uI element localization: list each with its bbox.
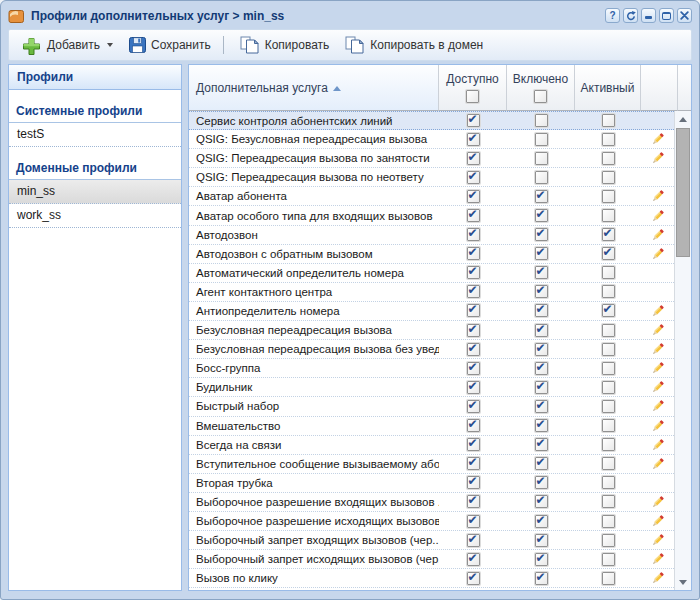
available-checkbox[interactable] [467,304,480,317]
edit-pencil-icon[interactable] [651,399,665,413]
select-all-available-checkbox[interactable] [466,90,479,103]
table-row[interactable]: Г... [189,588,674,590]
edit-pencil-icon[interactable] [651,323,665,337]
table-row[interactable]: Выборочный запрет входящих вызовов (чер.… [189,531,674,550]
enabled-checkbox[interactable] [535,534,548,547]
enabled-checkbox[interactable] [535,190,548,203]
table-row[interactable]: Будильник [189,378,674,397]
available-checkbox[interactable] [467,228,480,241]
edit-pencil-icon[interactable] [651,552,665,566]
enabled-checkbox[interactable] [535,171,548,184]
copy-to-domain-button[interactable]: Копировать в домен [337,32,491,58]
table-row[interactable]: Быстрый набор [189,397,674,416]
active-checkbox[interactable] [602,553,615,566]
available-checkbox[interactable] [467,495,480,508]
active-checkbox[interactable] [602,476,615,489]
edit-pencil-icon[interactable] [651,132,665,146]
table-row[interactable]: Вызов по клику [189,569,674,588]
available-checkbox[interactable] [467,247,480,260]
available-checkbox[interactable] [467,190,480,203]
available-checkbox[interactable] [467,266,480,279]
available-checkbox[interactable] [467,114,480,127]
table-row[interactable]: Выборочный запрет исходящих вызовов (чер… [189,550,674,569]
help-button[interactable]: ? [605,8,620,23]
table-row[interactable]: Сервис контроля абонентских линий [189,111,674,130]
sidebar-item-min_ss[interactable]: min_ss [9,180,181,204]
edit-pencil-icon[interactable] [651,514,665,528]
column-header-service[interactable]: Дополнительная услуга [189,65,439,111]
table-row[interactable]: Аватар абонента [189,187,674,206]
table-row[interactable]: Автодозвон [189,226,674,245]
column-header-active[interactable]: Активный [575,65,641,111]
active-checkbox[interactable] [602,266,615,279]
scrollbar-thumb[interactable] [676,128,690,257]
available-checkbox[interactable] [467,285,480,298]
enabled-checkbox[interactable] [535,400,548,413]
active-checkbox[interactable] [602,534,615,547]
table-row[interactable]: QSIG: Переадресация вызова по неответу [189,168,674,187]
table-row[interactable]: Агент контактного центра [189,283,674,302]
active-checkbox[interactable] [602,400,615,413]
edit-pencil-icon[interactable] [651,209,665,223]
sidebar-item-testS[interactable]: testS [9,123,181,147]
refresh-button[interactable] [623,8,638,23]
scroll-up-button[interactable] [675,111,691,127]
table-row[interactable]: Вступительное сообщение вызываемому або.… [189,455,674,474]
enabled-checkbox[interactable] [535,324,548,337]
available-checkbox[interactable] [467,457,480,470]
enabled-checkbox[interactable] [535,381,548,394]
available-checkbox[interactable] [467,400,480,413]
save-button[interactable]: Сохранить [121,33,219,57]
edit-pencil-icon[interactable] [651,571,665,585]
enabled-checkbox[interactable] [535,209,548,222]
available-checkbox[interactable] [467,133,480,146]
available-checkbox[interactable] [467,362,480,375]
minimize-button[interactable] [641,8,656,23]
available-checkbox[interactable] [467,534,480,547]
maximize-button[interactable] [659,8,674,23]
column-header-enabled[interactable]: Включено [507,65,575,111]
table-row[interactable]: Выборочное разрешение входящих вызовов .… [189,493,674,512]
active-checkbox[interactable] [602,114,615,127]
enabled-checkbox[interactable] [535,343,548,356]
table-row[interactable]: Выборочное разрешение исходящих вызовов.… [189,512,674,531]
available-checkbox[interactable] [467,152,480,165]
active-checkbox[interactable] [602,515,615,528]
enabled-checkbox[interactable] [535,419,548,432]
available-checkbox[interactable] [467,572,480,585]
available-checkbox[interactable] [467,324,480,337]
edit-pencil-icon[interactable] [651,342,665,356]
active-checkbox[interactable] [602,209,615,222]
edit-pencil-icon[interactable] [651,228,665,242]
edit-pencil-icon[interactable] [651,380,665,394]
enabled-checkbox[interactable] [535,495,548,508]
enabled-checkbox[interactable] [535,438,548,451]
enabled-checkbox[interactable] [535,362,548,375]
enabled-checkbox[interactable] [535,304,548,317]
table-row[interactable]: Вторая трубка [189,474,674,493]
available-checkbox[interactable] [467,419,480,432]
table-row[interactable]: Всегда на связи [189,436,674,455]
available-checkbox[interactable] [467,171,480,184]
table-row[interactable]: Автодозвон с обратным вызовом [189,245,674,264]
active-checkbox[interactable] [602,247,615,260]
add-button[interactable]: Добавить [13,32,121,59]
edit-pencil-icon[interactable] [651,304,665,318]
available-checkbox[interactable] [467,209,480,222]
table-row[interactable]: Босс-группа [189,359,674,378]
edit-pencil-icon[interactable] [651,457,665,471]
table-row[interactable]: Безусловная переадресация вызова без уве… [189,340,674,359]
edit-pencil-icon[interactable] [651,438,665,452]
table-row[interactable]: Автоматический определитель номера [189,264,674,283]
column-header-available[interactable]: Доступно [439,65,507,111]
available-checkbox[interactable] [467,515,480,528]
active-checkbox[interactable] [602,190,615,203]
enabled-checkbox[interactable] [535,152,548,165]
available-checkbox[interactable] [467,553,480,566]
enabled-checkbox[interactable] [535,572,548,585]
enabled-checkbox[interactable] [535,515,548,528]
active-checkbox[interactable] [602,457,615,470]
active-checkbox[interactable] [602,438,615,451]
edit-pencil-icon[interactable] [651,151,665,165]
active-checkbox[interactable] [602,152,615,165]
